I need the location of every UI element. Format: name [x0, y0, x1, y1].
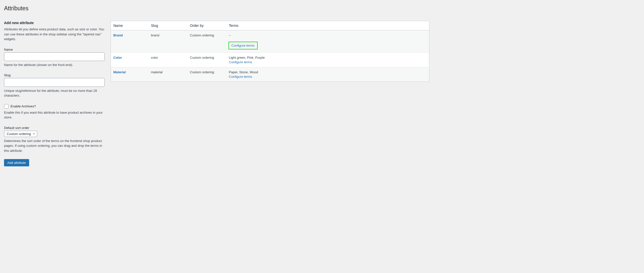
chevron-down-icon: [32, 132, 35, 135]
slug-desc: Unique slug/reference for the attribute;…: [4, 88, 105, 98]
attr-name-link-material[interactable]: Material: [113, 70, 126, 74]
attr-order: Custom ordering: [188, 53, 226, 67]
attr-slug: brand: [149, 30, 188, 53]
slug-input[interactable]: [4, 78, 105, 87]
attr-terms: –: [229, 33, 427, 37]
add-attribute-form: Add new attribute Attributes let you def…: [4, 21, 105, 166]
attr-order: Custom ordering: [188, 30, 226, 53]
configure-terms-link-brand[interactable]: Configure terms: [232, 44, 255, 47]
attr-slug: color: [149, 53, 188, 67]
table-row: Material material Custom ordering Paper,…: [111, 67, 429, 82]
form-intro: Attributes let you define extra product …: [4, 27, 105, 42]
configure-terms-link-color[interactable]: Configure terms: [229, 60, 252, 64]
col-order: Order by: [188, 21, 226, 30]
col-name: Name: [111, 21, 149, 30]
name-label: Name: [4, 48, 105, 51]
table-row: Brand brand Custom ordering – Configure …: [111, 30, 429, 53]
configure-terms-highlight: Configure terms: [228, 42, 258, 49]
col-slug: Slug: [149, 21, 188, 30]
attr-terms: Paper, Stone, Wood: [229, 70, 427, 74]
sort-order-label: Default sort order: [4, 126, 105, 130]
attr-order: Custom ordering: [188, 67, 226, 82]
attributes-table: Name Slug Order by Terms Brand brand Cus…: [111, 21, 429, 82]
attr-terms: Light green, Pink, Purple: [229, 56, 427, 59]
name-input[interactable]: [4, 52, 105, 61]
attr-slug: material: [149, 67, 188, 82]
enable-archives-desc: Enable this if you want this attribute t…: [4, 110, 105, 120]
enable-archives-label: Enable Archives?: [11, 104, 36, 108]
form-heading: Add new attribute: [4, 21, 105, 25]
slug-label: Slug: [4, 73, 105, 77]
page-title: Attributes: [4, 5, 429, 12]
table-row: Color color Custom ordering Light green,…: [111, 53, 429, 67]
configure-terms-link-material[interactable]: Configure terms: [229, 75, 252, 79]
attr-name-link-brand[interactable]: Brand: [113, 33, 123, 37]
col-terms: Terms: [226, 21, 429, 30]
sort-order-desc: Determines the sort order of the terms o…: [4, 139, 105, 153]
add-attribute-button[interactable]: Add attribute: [4, 159, 29, 166]
attr-name-link-color[interactable]: Color: [113, 56, 122, 59]
name-desc: Name for the attribute (shown on the fro…: [4, 62, 105, 67]
sort-order-select[interactable]: Custom ordering: [4, 131, 37, 137]
enable-archives-checkbox[interactable]: [4, 104, 9, 109]
sort-order-value: Custom ordering: [7, 132, 31, 136]
